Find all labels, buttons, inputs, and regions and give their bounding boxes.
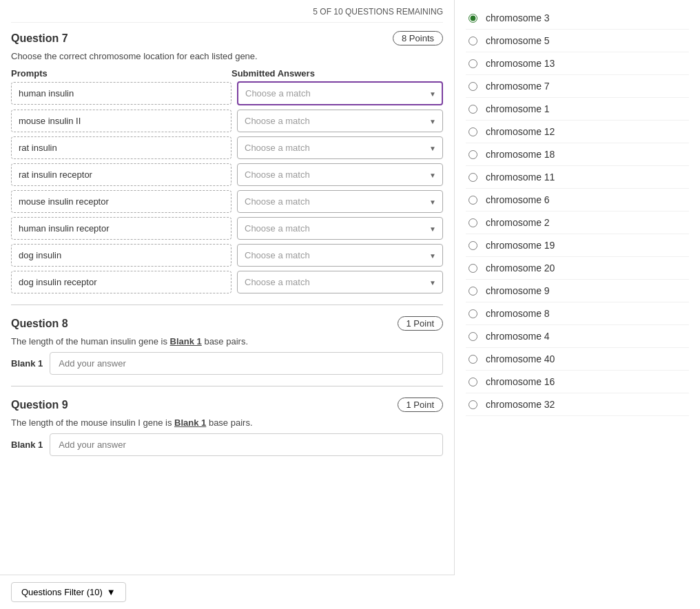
chromosome-label: chromosome 6	[486, 194, 550, 205]
chromosome-radio-chr1[interactable]	[469, 105, 477, 114]
radio-item: chromosome 32	[466, 393, 689, 416]
prompts-label: Prompts	[11, 68, 231, 79]
chromosome-radio-chr40[interactable]	[469, 355, 477, 364]
radio-item: chromosome 12	[466, 121, 689, 143]
prompt-rat-insulin: rat insulin	[11, 136, 231, 159]
question9-points: 1 Point	[398, 398, 443, 412]
filter-button-label: Questions Filter (10)	[21, 587, 103, 597]
radio-item: chromosome 13	[466, 52, 689, 75]
chromosome-radio-chr13[interactable]	[469, 59, 477, 68]
radio-item: chromosome 8	[466, 302, 689, 325]
radio-item: chromosome 5	[466, 30, 689, 52]
radio-item: chromosome 1	[466, 98, 689, 121]
radio-item: chromosome 7	[466, 75, 689, 98]
question7-points: 8 Points	[393, 31, 443, 45]
answer-select-4[interactable]: Choose a match	[237, 163, 443, 186]
chromosome-radio-chr12[interactable]	[469, 127, 477, 136]
chromosome-label: chromosome 12	[486, 126, 555, 137]
chromosome-label: chromosome 5	[486, 35, 550, 46]
prompt-dog-insulin: dog insulin	[11, 244, 231, 267]
match-row: dog insulin receptor Choose a match	[11, 271, 443, 293]
answer-select-3[interactable]: Choose a match	[237, 136, 443, 159]
left-panel: 5 OF 10 QUESTIONS REMAINING Question 7 8…	[0, 0, 455, 609]
answer-wrapper-2: Choose a match	[237, 110, 443, 132]
match-row: dog insulin Choose a match	[11, 244, 443, 267]
answer-select-6[interactable]: Choose a match	[237, 217, 443, 240]
question8-blank-input[interactable]	[50, 352, 443, 375]
q8-desc-before: The length of the human insulin gene is	[11, 336, 170, 347]
question9-blank-row: Blank 1	[11, 433, 443, 456]
answer-wrapper-5: Choose a match	[237, 190, 443, 213]
filter-bar: Questions Filter (10) ▼	[0, 575, 455, 609]
radio-item: chromosome 11	[466, 166, 689, 189]
chromosome-radio-chr18[interactable]	[469, 150, 477, 159]
q8-desc-after: base pairs.	[202, 336, 248, 347]
chromosome-radio-chr11[interactable]	[469, 173, 477, 182]
answer-select-1[interactable]: Choose a match	[237, 81, 443, 105]
chromosome-radio-chr5[interactable]	[469, 37, 477, 45]
prompt-dog-insulin-receptor: dog insulin receptor	[11, 271, 231, 293]
question9-blank-input[interactable]	[50, 433, 443, 456]
questions-filter-button[interactable]: Questions Filter (10) ▼	[11, 582, 126, 602]
chromosome-radio-chr4[interactable]	[469, 332, 477, 341]
match-table: Prompts Submitted Answers human insulin …	[11, 68, 443, 293]
prompt-human-insulin: human insulin	[11, 82, 231, 105]
chromosome-radio-chr19[interactable]	[469, 241, 477, 250]
chromosome-radio-chr32[interactable]	[469, 400, 477, 409]
chromosome-radio-chr16[interactable]	[469, 378, 477, 386]
chromosome-label: chromosome 19	[486, 240, 555, 251]
radio-item: chromosome 2	[466, 211, 689, 234]
chromosome-radio-chr3[interactable]	[469, 14, 477, 23]
question8-header: Question 8 1 Point	[11, 316, 443, 331]
q9-blank-underline: Blank 1	[174, 417, 206, 428]
question8-blank-tag: Blank 1	[11, 358, 43, 369]
match-row: rat insulin receptor Choose a match	[11, 163, 443, 186]
answer-select-7[interactable]: Choose a match	[237, 244, 443, 267]
match-row: rat insulin Choose a match	[11, 136, 443, 159]
chromosome-label: chromosome 2	[486, 217, 550, 228]
chromosome-label: chromosome 40	[486, 353, 555, 364]
question7-title: Question 7	[11, 32, 68, 45]
separator-q7-q8	[11, 304, 443, 305]
chromosome-label: chromosome 18	[486, 149, 555, 160]
chromosome-radio-chr8[interactable]	[469, 309, 477, 318]
answer-wrapper-3: Choose a match	[237, 136, 443, 159]
questions-remaining-text: 5 OF 10 QUESTIONS REMAINING	[313, 7, 443, 17]
question9-blank-tag: Blank 1	[11, 440, 43, 450]
chromosome-label: chromosome 32	[486, 399, 555, 410]
chromosome-radio-chr6[interactable]	[469, 196, 477, 205]
radio-item: chromosome 40	[466, 348, 689, 371]
question8-blank-row: Blank 1	[11, 352, 443, 375]
answer-select-8[interactable]: Choose a match	[237, 271, 443, 293]
prompt-mouse-insulin-ii: mouse insulin II	[11, 110, 231, 132]
radio-item: chromosome 19	[466, 234, 689, 257]
chromosome-label: chromosome 16	[486, 376, 555, 387]
chromosome-label: chromosome 11	[486, 172, 555, 183]
radio-item: chromosome 20	[466, 257, 689, 280]
chromosome-radio-chr9[interactable]	[469, 287, 477, 296]
chromosome-radio-chr7[interactable]	[469, 82, 477, 91]
question8-points: 1 Point	[398, 316, 443, 331]
question9-description: The length of the mouse insulin I gene i…	[11, 417, 443, 428]
chromosome-label: chromosome 9	[486, 285, 550, 296]
chromosome-label: chromosome 4	[486, 331, 550, 342]
question9-title: Question 9	[11, 399, 68, 411]
chromosome-radio-chr2[interactable]	[469, 218, 477, 227]
q9-blank-ref: Blank 1	[174, 417, 206, 428]
q9-desc-after: base pairs.	[206, 417, 252, 428]
radio-item: chromosome 18	[466, 143, 689, 166]
q8-blank-ref: Blank 1	[170, 336, 202, 347]
chromosome-label: chromosome 20	[486, 262, 555, 273]
match-table-header: Prompts Submitted Answers	[11, 68, 443, 79]
answer-select-5[interactable]: Choose a match	[237, 190, 443, 213]
radio-item: chromosome 3	[466, 7, 689, 30]
chromosome-label: chromosome 3	[486, 12, 550, 23]
match-row: human insulin Choose a match	[11, 81, 443, 105]
prompt-human-insulin-receptor: human insulin receptor	[11, 217, 231, 240]
question7-description: Choose the correct chromosome location f…	[11, 51, 443, 61]
chromosome-radio-chr20[interactable]	[469, 264, 477, 273]
question8-title: Question 8	[11, 318, 68, 330]
match-row: mouse insulin receptor Choose a match	[11, 190, 443, 213]
prompt-mouse-insulin-receptor: mouse insulin receptor	[11, 190, 231, 213]
answer-select-2[interactable]: Choose a match	[237, 110, 443, 132]
